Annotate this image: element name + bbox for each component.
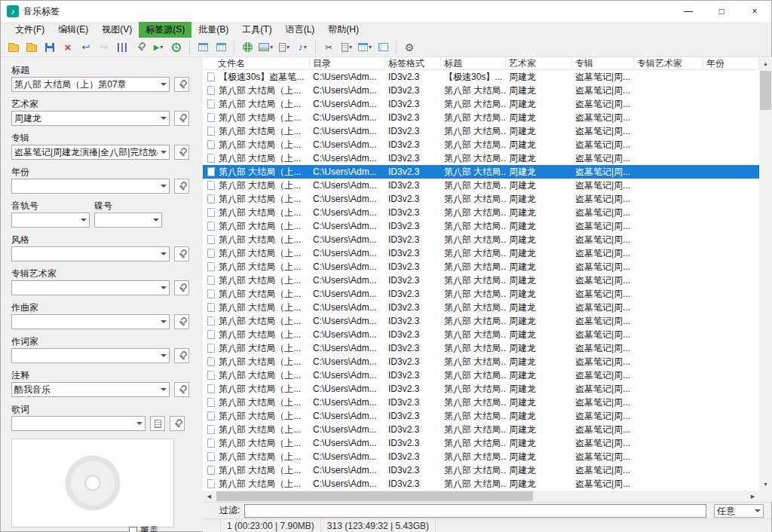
menu-item-0[interactable]: 文件(F): [8, 22, 51, 38]
horizontal-scrollbar-thumb[interactable]: [216, 491, 533, 501]
history-button[interactable]: [168, 39, 185, 56]
table-row[interactable]: 第八部 大结局（上...C:\Users\Adm...ID3v2.3第八部 大结…: [203, 287, 759, 301]
table-row[interactable]: 第八部 大结局（上...C:\Users\Adm...ID3v2.3第八部 大结…: [203, 274, 759, 287]
play-button[interactable]: ▶▾: [150, 39, 167, 56]
album-artist-combo[interactable]: [11, 280, 170, 295]
table-row[interactable]: 第八部 大结局（上...C:\Users\Adm...ID3v2.3第八部 大结…: [203, 84, 759, 97]
lyrics-options-button[interactable]: [170, 416, 185, 431]
batch-tools-button[interactable]: ▾: [357, 39, 373, 56]
title-combo[interactable]: 第八部 大结局（上）第07章: [11, 77, 170, 92]
comment-combo[interactable]: 酷我音乐: [11, 382, 170, 397]
scroll-up-icon[interactable]: ▲: [759, 57, 772, 70]
table-row[interactable]: 第八部 大结局（上...C:\Users\Adm...ID3v2.3第八部 大结…: [203, 246, 759, 260]
scroll-down-icon[interactable]: ▼: [759, 478, 772, 491]
menu-item-6[interactable]: 语言(L): [279, 22, 322, 38]
table-row[interactable]: 第八部 大结局（上...C:\Users\Adm...ID3v2.3第八部 大结…: [203, 314, 759, 328]
table-row[interactable]: 第八部 大结局（上...C:\Users\Adm...ID3v2.3第八部 大结…: [203, 409, 759, 423]
layout-toggle-button[interactable]: [375, 39, 391, 56]
column-header-0[interactable]: 文件名: [203, 57, 310, 69]
scroll-right-icon[interactable]: ▶: [746, 491, 759, 502]
checkbox-icon[interactable]: [129, 527, 137, 532]
table-row[interactable]: 第八部 大结局（上...C:\Users\Adm...ID3v2.3第八部 大结…: [203, 124, 759, 138]
table-row[interactable]: 第八部 大结局（上...C:\Users\Adm...ID3v2.3第八部 大结…: [203, 179, 759, 192]
filter-mode-combo[interactable]: 任意: [714, 504, 764, 518]
table-row[interactable]: 第八部 大结局（上...C:\Users\Adm...ID3v2.3第八部 大结…: [203, 111, 759, 124]
comment-options-button[interactable]: [174, 382, 189, 397]
column-header-5[interactable]: 专辑: [572, 57, 634, 69]
table-row[interactable]: 第八部 大结局（上...C:\Users\Adm...ID3v2.3第八部 大结…: [203, 138, 759, 151]
menu-item-2[interactable]: 视图(V): [95, 22, 139, 38]
title-options-button[interactable]: [174, 77, 189, 92]
chevron-down-icon[interactable]: ▾: [369, 44, 372, 50]
text-tools-button[interactable]: ▾: [339, 39, 355, 56]
table-row[interactable]: 第八部 大结局（上...C:\Users\Adm...ID3v2.3第八部 大结…: [203, 423, 759, 436]
open-file-button[interactable]: [5, 39, 22, 56]
table-row[interactable]: 第八部 大结局（上...C:\Users\Adm...ID3v2.3第八部 大结…: [203, 436, 759, 450]
scroll-left-icon[interactable]: ◀: [203, 491, 216, 502]
genre-combo[interactable]: [11, 246, 170, 261]
column-header-3[interactable]: 标题: [441, 57, 506, 69]
table-row[interactable]: 第八部 大结局（上...C:\Users\Adm...ID3v2.3第八部 大结…: [203, 260, 759, 274]
column-header-6[interactable]: 专辑艺术家: [634, 57, 703, 69]
menu-item-1[interactable]: 编辑(E): [51, 22, 95, 38]
composer-options-button[interactable]: [174, 314, 189, 329]
chevron-down-icon[interactable]: ▾: [286, 44, 290, 50]
album-art-box[interactable]: [11, 439, 174, 527]
column-header-2[interactable]: 标签格式: [385, 57, 441, 69]
filter-input[interactable]: [244, 504, 706, 518]
chevron-down-icon[interactable]: ▾: [349, 44, 352, 50]
maximize-button[interactable]: □: [705, 1, 738, 22]
open-folder-button[interactable]: [23, 39, 40, 56]
table-row[interactable]: 第八部 大结局（上...C:\Users\Adm...ID3v2.3第八部 大结…: [203, 328, 759, 341]
table-row[interactable]: 第八部 大结局（上...C:\Users\Adm...ID3v2.3第八部 大结…: [203, 396, 759, 409]
year-options-button[interactable]: [174, 179, 189, 194]
redo-button[interactable]: ↪: [96, 39, 112, 56]
table-row[interactable]: 第八部 大结局（上...C:\Users\Adm...ID3v2.3第八部 大结…: [203, 219, 759, 233]
table-row[interactable]: 第八部 大结局（上...C:\Users\Adm...ID3v2.3第八部 大结…: [203, 233, 759, 246]
vertical-scrollbar-thumb[interactable]: [760, 71, 771, 110]
menu-item-4[interactable]: 批量(B): [191, 22, 235, 38]
minimize-button[interactable]: —: [672, 1, 705, 22]
table-row[interactable]: 第八部 大结局（上...C:\Users\Adm...ID3v2.3第八部 大结…: [203, 355, 759, 368]
table-row[interactable]: 第八部 大结局（上...C:\Users\Adm...ID3v2.3第八部 大结…: [203, 165, 759, 179]
table-row[interactable]: 第八部 大结局（上...C:\Users\Adm...ID3v2.3第八部 大结…: [203, 206, 759, 219]
cover-tools-button[interactable]: ▾: [257, 39, 274, 56]
table-row[interactable]: 第八部 大结局（上...C:\Users\Adm...ID3v2.3第八部 大结…: [203, 341, 759, 355]
tag-source-web-button[interactable]: [239, 39, 256, 56]
column-header-4[interactable]: 艺术家: [506, 57, 572, 69]
track-number-combo[interactable]: [11, 212, 90, 228]
view-table-button[interactable]: [195, 39, 211, 56]
menu-item-3[interactable]: 标签源(S): [139, 22, 191, 38]
horizontal-scrollbar[interactable]: ◀ ▶: [203, 491, 759, 502]
lyricist-combo[interactable]: [11, 348, 170, 363]
column-header-1[interactable]: 目录: [310, 57, 385, 69]
menu-item-7[interactable]: 帮助(H): [321, 22, 366, 38]
composer-combo[interactable]: [11, 314, 170, 329]
artist-combo[interactable]: 周建龙: [11, 111, 170, 126]
auto-fix-button[interactable]: [132, 39, 149, 56]
table-row[interactable]: 第八部 大结局（上...C:\Users\Adm...ID3v2.3第八部 大结…: [203, 192, 759, 206]
view-list-button[interactable]: [213, 39, 229, 56]
table-row[interactable]: 第八部 大结局（上...C:\Users\Adm...ID3v2.3第八部 大结…: [203, 463, 759, 477]
chevron-down-icon[interactable]: ▾: [304, 44, 307, 50]
lyrics-edit-button[interactable]: [150, 416, 165, 431]
table-row[interactable]: 第八部 大结局（上...C:\Users\Adm...ID3v2.3第八部 大结…: [203, 97, 759, 111]
table-row[interactable]: 第八部 大结局（上...C:\Users\Adm...ID3v2.3第八部 大结…: [203, 382, 759, 396]
album-artist-options-button[interactable]: [174, 280, 189, 295]
lyricist-options-button[interactable]: [174, 348, 189, 363]
remove-file-button[interactable]: ×: [60, 39, 76, 56]
table-row[interactable]: 第八部 大结局（上...C:\Users\Adm...ID3v2.3第八部 大结…: [203, 151, 759, 165]
rename-tools-button[interactable]: ✂: [320, 39, 337, 56]
table-row[interactable]: 第八部 大结局（上...C:\Users\Adm...ID3v2.3第八部 大结…: [203, 368, 759, 382]
table-row[interactable]: 第八部 大结局（上...C:\Users\Adm...ID3v2.3第八部 大结…: [203, 450, 759, 463]
tag-convert-button[interactable]: ♪▾: [294, 39, 311, 56]
artist-options-button[interactable]: [174, 111, 189, 126]
disc-number-combo[interactable]: [94, 212, 162, 228]
settings-button[interactable]: ⚙: [401, 39, 418, 56]
undo-button[interactable]: ↩: [78, 39, 94, 56]
table-row[interactable]: 【极速30s】盗墓笔...C:\Users\Adm...ID3v2.3【极速30…: [203, 70, 759, 84]
column-header-7[interactable]: 年份: [703, 57, 759, 69]
table-row[interactable]: 第八部 大结局（上...C:\Users\Adm...ID3v2.3第八部 大结…: [203, 477, 759, 491]
columns-view-button[interactable]: [114, 39, 130, 56]
year-combo[interactable]: [11, 179, 170, 194]
